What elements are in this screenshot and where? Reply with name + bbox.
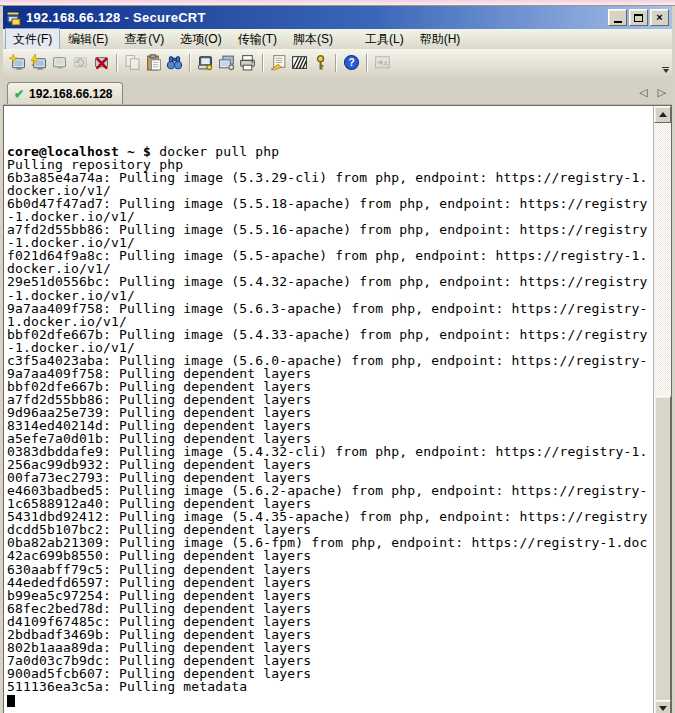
svg-text:A: A (383, 59, 388, 68)
reconnect-icon[interactable] (70, 52, 91, 74)
menu-item[interactable]: 选项(O) (172, 28, 229, 51)
terminal-line: bbf02dfe667b: Pulling image (5.4.33-apac… (7, 328, 653, 341)
maximize-button[interactable] (629, 9, 648, 26)
session-manager-icon[interactable] (195, 52, 216, 74)
securecrt-window: 192.168.66.128 - SecureCRT × 文件(F)编辑(E)查… (0, 6, 675, 713)
terminal-line: b99ea5c97254: Pulling dependent layers (7, 589, 653, 602)
toolbar-overflow-button[interactable] (661, 67, 670, 73)
terminal-line: 7a0d03c7b9dc: Pulling dependent layers (7, 654, 653, 667)
terminal-line: 42ac699b8550: Pulling dependent layers (7, 549, 653, 562)
toolbar-separator (366, 54, 368, 72)
menu-item[interactable]: 编辑(E) (60, 28, 116, 51)
tab-scroll-arrows: ◁ ▷ (639, 86, 666, 99)
scroll-up-icon (659, 112, 667, 117)
global-options-icon[interactable] (289, 52, 310, 74)
terminal-line: d4109f67485c: Pulling dependent layers (7, 615, 653, 628)
session-tab[interactable]: ✔ 192.168.66.128 (7, 82, 123, 104)
tab-scroll-right-icon[interactable]: ▷ (658, 86, 666, 99)
print-icon[interactable] (237, 52, 258, 74)
menu-item[interactable]: 工具(L) (357, 28, 412, 51)
toolbar-separator (335, 54, 337, 72)
terminal-line: bbf02dfe667b: Pulling dependent layers (7, 380, 653, 393)
securecrt-app-icon (6, 10, 22, 26)
terminal-line: 511136ea3c5a: Pulling metadata (7, 680, 653, 693)
terminal-line: 29e51d0556bc: Pulling image (5.4.32-apac… (7, 275, 653, 288)
screen-lock-icon[interactable]: A (372, 52, 393, 74)
close-icon: × (656, 12, 662, 23)
paste-icon[interactable] (143, 52, 164, 74)
toolbar: ? A (3, 49, 672, 76)
terminal-line: 630aabff79c5: Pulling dependent layers (7, 563, 653, 576)
terminal-line: a7fd2d55bb86: Pulling dependent layers (7, 393, 653, 406)
tab-bar: ✔ 192.168.66.128 ◁ ▷ (3, 76, 672, 105)
connect-in-tab-icon[interactable] (49, 52, 70, 74)
toolbar-separator (262, 54, 264, 72)
menu-item[interactable]: 查看(V) (116, 28, 172, 51)
menu-item[interactable]: 传输(T) (230, 28, 285, 51)
scroll-down-button[interactable] (654, 700, 671, 713)
scrollbar-thumb[interactable] (654, 396, 671, 701)
terminal-line: 900ad5fcb607: Pulling dependent layers (7, 667, 653, 680)
terminal-line: 1.docker.io/v1/ (7, 315, 653, 328)
terminal-cursor-line (7, 693, 653, 706)
find-icon[interactable] (164, 52, 185, 74)
toolbar-separator (189, 54, 191, 72)
scroll-up-button[interactable] (654, 106, 671, 123)
copy-icon[interactable] (122, 52, 143, 74)
menu-item[interactable]: 文件(F) (5, 28, 60, 51)
scroll-down-icon (659, 706, 667, 711)
block-cursor (7, 695, 15, 707)
connect-icon[interactable] (7, 52, 28, 74)
terminal-line: -1.docker.io/v1/ (7, 341, 653, 354)
terminal-output: Pulling repository php6b3a85e4a74a: Pull… (7, 158, 653, 693)
terminal-line: 2bdbadf3469b: Pulling dependent layers (7, 628, 653, 641)
toolbar-separator (116, 54, 118, 72)
terminal-line: 44ededfd6597: Pulling dependent layers (7, 576, 653, 589)
title-bar[interactable]: 192.168.66.128 - SecureCRT × (3, 6, 672, 29)
terminal-area: core@localhost ~ $ docker pull php Pulli… (3, 105, 672, 713)
terminal-line: -1.docker.io/v1/ (7, 289, 653, 302)
session-options-icon[interactable] (268, 52, 289, 74)
toolbar-overflow-icon (662, 67, 669, 68)
terminal-line: c3f5a4023aba: Pulling image (5.6.0-apach… (7, 354, 653, 367)
terminal-line: 9a7aa409f758: Pulling image (5.6.3-apach… (7, 302, 653, 315)
terminal-screen[interactable]: core@localhost ~ $ docker pull php Pulli… (4, 106, 653, 713)
clone-session-icon[interactable] (216, 52, 237, 74)
terminal-line: 68fec2bed78d: Pulling dependent layers (7, 602, 653, 615)
connected-check-icon: ✔ (14, 87, 24, 101)
terminal-line: 9a7aa409f758: Pulling dependent layers (7, 367, 653, 380)
svg-text:?: ? (348, 57, 354, 68)
menu-item[interactable]: 帮助(H) (412, 28, 469, 51)
terminal-line: 802b1aaa89da: Pulling dependent layers (7, 641, 653, 654)
help-icon[interactable]: ? (341, 52, 362, 74)
disconnect-icon[interactable] (91, 52, 112, 74)
vertical-scrollbar[interactable] (653, 106, 671, 713)
session-tab-label: 192.168.66.128 (29, 87, 112, 101)
key-icon[interactable] (310, 52, 331, 74)
menu-bar: 文件(F)编辑(E)查看(V)选项(O)传输(T)脚本(S)工具(L)帮助(H) (3, 29, 672, 49)
maximize-icon (634, 14, 643, 22)
window-title: 192.168.66.128 - SecureCRT (26, 10, 608, 25)
tab-scroll-left-icon[interactable]: ◁ (639, 86, 647, 99)
minimize-icon (614, 21, 622, 23)
close-button[interactable]: × (650, 9, 669, 26)
minimize-button[interactable] (608, 9, 627, 26)
menu-item[interactable]: 脚本(S) (285, 28, 341, 51)
quick-connect-icon[interactable] (28, 52, 49, 74)
